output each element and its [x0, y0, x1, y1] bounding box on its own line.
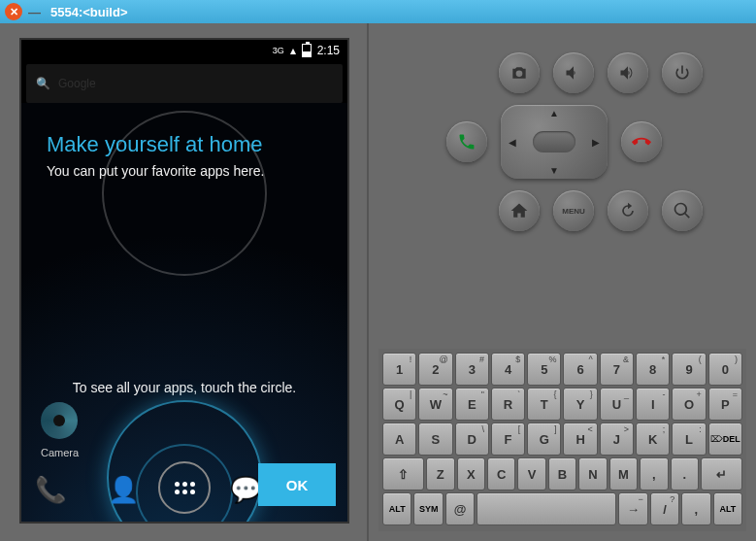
key-I[interactable]: -I	[636, 388, 670, 421]
kbd-row-3: AS\D[F]G<H>J;K:L⌦DEL	[382, 423, 742, 456]
kbd-row-2: |Q~W"E`R{T}Y_U-I+O=P	[382, 388, 742, 421]
key-0[interactable]: )0	[708, 353, 742, 386]
dpad: ▲ ▼ ◀ ▶	[501, 105, 608, 179]
volume-up-button[interactable]	[608, 52, 648, 93]
close-icon[interactable]: ✕	[5, 3, 22, 20]
window-title: 5554:<build>	[50, 5, 127, 19]
key-3[interactable]: #3	[455, 353, 489, 386]
key-SYM[interactable]: SYM	[413, 492, 443, 525]
search-bar[interactable]: 🔍 Google	[26, 64, 343, 103]
key-B[interactable]: B	[548, 457, 576, 490]
key-E[interactable]: "E	[455, 388, 489, 421]
key-/[interactable]: ?/	[650, 492, 679, 525]
search-icon: 🔍	[36, 77, 50, 90]
key-A[interactable]: A	[382, 423, 416, 456]
clock: 2:15	[317, 44, 340, 57]
battery-icon	[302, 44, 312, 57]
key-O[interactable]: +O	[672, 388, 706, 421]
search-button[interactable]	[662, 190, 703, 231]
end-call-button[interactable]	[621, 121, 662, 162]
phone-frame: 3G ▴ 2:15 🔍 Google Make yourself at home…	[19, 38, 349, 524]
phone-app-icon[interactable]: 📞	[26, 465, 75, 514]
dpad-right[interactable]: ▶	[592, 137, 600, 148]
dpad-left[interactable]: ◀	[509, 137, 516, 148]
key-S[interactable]: S	[418, 423, 452, 456]
contacts-app-icon[interactable]: 👤	[99, 465, 148, 514]
key-X[interactable]: X	[457, 457, 485, 490]
apps-hint: To see all your apps, touch the circle.	[21, 380, 347, 395]
tip-subtitle: You can put your favorite apps here.	[47, 163, 322, 179]
key-Z[interactable]: Z	[426, 457, 454, 490]
key-G[interactable]: ]G	[527, 423, 561, 456]
kbd-row-5: ALTSYM@ −→?/,ALT	[382, 492, 742, 525]
key-ALT[interactable]: ALT	[713, 492, 742, 525]
key-F[interactable]: [F	[491, 423, 525, 456]
emulator-controls-panel: ▲ ▼ ◀ ▶ MENU !1@2#3$4%5^6&7*8(9)0 |Q~W"E…	[369, 23, 756, 541]
key-5[interactable]: %5	[527, 353, 561, 386]
ok-button[interactable]: OK	[258, 463, 336, 506]
camera-app-icon[interactable]	[41, 402, 78, 439]
dpad-down[interactable]: ▼	[549, 165, 559, 176]
key-N[interactable]: N	[578, 457, 607, 490]
welcome-tip: Make yourself at home You can put your f…	[47, 132, 322, 179]
key-V[interactable]: V	[517, 457, 545, 490]
key-7[interactable]: &7	[600, 353, 634, 386]
volume-down-button[interactable]	[553, 52, 594, 93]
key-↵[interactable]: ↵	[701, 457, 742, 490]
menu-button[interactable]: MENU	[553, 190, 594, 231]
apps-drawer-button[interactable]	[158, 461, 211, 514]
camera-button[interactable]	[499, 52, 540, 93]
key-→[interactable]: −→	[618, 492, 647, 525]
dpad-center[interactable]	[533, 131, 575, 152]
signal-icon: ▴	[290, 44, 296, 57]
key-.[interactable]: .	[671, 457, 699, 490]
key-8[interactable]: *8	[636, 353, 670, 386]
key-T[interactable]: {T	[527, 388, 561, 421]
back-button[interactable]	[608, 190, 648, 231]
key-L[interactable]: :L	[672, 423, 706, 456]
key-2[interactable]: @2	[418, 353, 452, 386]
status-bar: 3G ▴ 2:15	[21, 40, 347, 61]
dpad-up[interactable]: ▲	[549, 108, 559, 118]
key-H[interactable]: <H	[563, 423, 597, 456]
key-9[interactable]: (9	[672, 353, 706, 386]
key-space[interactable]	[477, 492, 616, 525]
key-U[interactable]: _U	[600, 388, 634, 421]
hardware-keyboard: !1@2#3$4%5^6&7*8(9)0 |Q~W"E`R{T}Y_U-I+O=…	[378, 349, 746, 531]
key-K[interactable]: ;K	[636, 423, 670, 456]
key-R[interactable]: `R	[491, 388, 525, 421]
key-DEL[interactable]: ⌦DEL	[708, 423, 742, 456]
kbd-row-1: !1@2#3$4%5^6&7*8(9)0	[382, 353, 742, 386]
network-label: 3G	[273, 47, 284, 55]
key-6[interactable]: ^6	[563, 353, 597, 386]
kbd-row-4: ⇧ZXCVBNM,.↵	[382, 457, 742, 490]
key-M[interactable]: M	[609, 457, 638, 490]
call-button[interactable]	[446, 121, 487, 162]
key-,[interactable]: ,	[640, 457, 668, 490]
home-button[interactable]	[499, 190, 540, 231]
window-titlebar: ✕ — 5554:<build>	[0, 0, 756, 23]
minimize-icon[interactable]: —	[28, 5, 41, 19]
key-J[interactable]: >J	[600, 423, 634, 456]
key-Y[interactable]: }Y	[563, 388, 597, 421]
search-placeholder: Google	[58, 77, 96, 90]
camera-label: Camera	[41, 447, 79, 458]
home-screen[interactable]: Make yourself at home You can put your f…	[21, 103, 347, 522]
key-⇧[interactable]: ⇧	[382, 457, 424, 490]
key-ALT[interactable]: ALT	[382, 492, 411, 525]
key-4[interactable]: $4	[491, 353, 525, 386]
key-Q[interactable]: |Q	[382, 388, 416, 421]
key-,[interactable]: ,	[681, 492, 710, 525]
key-P[interactable]: =P	[708, 388, 742, 421]
power-button[interactable]	[662, 52, 703, 93]
key-1[interactable]: !1	[382, 353, 416, 386]
key-W[interactable]: ~W	[418, 388, 452, 421]
key-@[interactable]: @	[445, 492, 475, 525]
key-D[interactable]: \D	[455, 423, 489, 456]
key-C[interactable]: C	[487, 457, 515, 490]
emulator-screen-panel: 3G ▴ 2:15 🔍 Google Make yourself at home…	[0, 23, 369, 541]
tip-title: Make yourself at home	[47, 132, 322, 157]
